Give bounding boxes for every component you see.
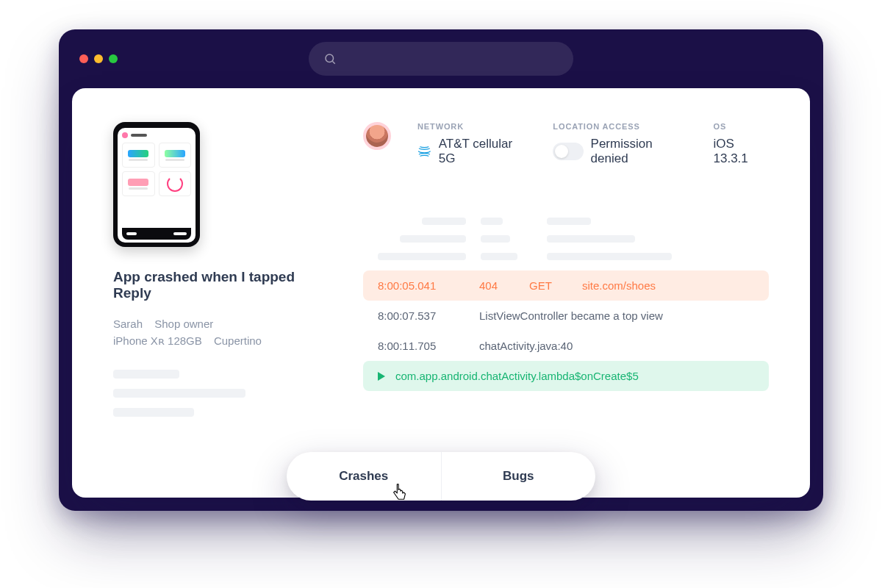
device-meta: iPhone Xʀ 128GB Cupertino (113, 334, 334, 348)
network-block: NETWORK AT&T cellular 5G (417, 122, 526, 166)
minimize-window-button[interactable] (94, 54, 103, 63)
log-row-error[interactable]: 8:00:05.041 404 GET site.com/shoes (363, 270, 769, 301)
log-status-code: 404 (479, 279, 509, 292)
location-access-label: LOCATION ACCESS (553, 122, 686, 131)
log-url: site.com/shoes (582, 279, 754, 292)
location-access-value: Permission denied (591, 137, 687, 166)
log-row-stacktrace[interactable]: com.app.android.chatActivity.lambda$onCr… (363, 361, 769, 391)
os-block: OS iOS 13.3.1 (714, 122, 769, 166)
right-column: NETWORK AT&T cellular 5G LOCATION ACCESS… (363, 122, 769, 417)
reporter-meta: Sarah Shop owner (113, 318, 334, 330)
device-screenshot (113, 122, 200, 247)
log-time: 8:00:07.537 (378, 309, 459, 322)
search-icon (323, 52, 337, 65)
os-label: OS (714, 122, 769, 131)
left-column: App crashed when I tapped Reply Sarah Sh… (113, 122, 334, 417)
log-row[interactable]: 8:00:07.537 ListViewController became a … (363, 301, 769, 331)
loading-spinner-icon (167, 176, 183, 192)
log-time: 8:00:05.041 (378, 279, 459, 292)
tab-crashes-label: Crashes (339, 469, 388, 484)
network-label: NETWORK (417, 122, 526, 131)
bottom-tabs: Crashes Bugs (287, 452, 595, 501)
maximize-window-button[interactable] (109, 54, 118, 63)
location-access-block: LOCATION ACCESS Permission denied (553, 122, 686, 166)
tab-crashes[interactable]: Crashes (287, 452, 441, 501)
tab-bugs-label: Bugs (503, 469, 534, 484)
crash-report-card: App crashed when I tapped Reply Sarah Sh… (72, 88, 810, 498)
log-message: chatActivity.java:40 (479, 340, 754, 352)
log-time: 8:00:11.705 (378, 340, 459, 352)
crash-title: App crashed when I tapped Reply (113, 269, 334, 301)
reporter-role: Shop owner (154, 318, 213, 330)
window-controls (79, 54, 118, 63)
network-value: AT&T cellular 5G (439, 137, 527, 166)
phone-header-label (131, 134, 147, 137)
svg-point-0 (326, 54, 334, 62)
stacktrace-text: com.app.android.chatActivity.lambda$onCr… (395, 370, 639, 382)
cursor-pointer-icon (391, 483, 409, 505)
svg-line-1 (332, 61, 334, 63)
log-message: ListViewController became a top view (479, 309, 754, 322)
os-value: iOS 13.3.1 (714, 137, 769, 166)
skeleton-placeholder (113, 370, 334, 417)
play-icon (378, 372, 385, 381)
avatar (363, 122, 391, 150)
location-access-toggle[interactable] (553, 143, 583, 160)
browser-chrome-bar (59, 29, 823, 88)
log-method: GET (529, 279, 562, 292)
log-row[interactable]: 8:00:11.705 chatActivity.java:40 (363, 331, 769, 361)
device-location: Cupertino (214, 334, 262, 347)
tab-bugs[interactable]: Bugs (441, 452, 596, 501)
device-model: iPhone Xʀ 128GB (113, 334, 202, 347)
reporter-name: Sarah (113, 318, 143, 330)
browser-window: App crashed when I tapped Reply Sarah Sh… (59, 29, 823, 511)
search-input[interactable] (309, 42, 573, 76)
log-area: 8:00:05.041 404 GET site.com/shoes 8:00:… (363, 218, 769, 391)
att-globe-icon (417, 144, 431, 159)
close-window-button[interactable] (79, 54, 88, 63)
